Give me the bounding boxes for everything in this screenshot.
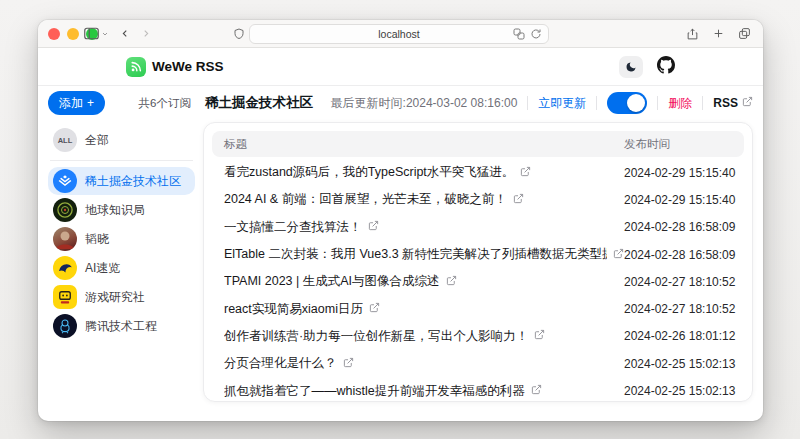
- sidebar-item-label: 全部: [85, 132, 109, 149]
- articles-card: 标题 发布时间 看完zustand源码后，我的TypeScript水平突飞猛进。…: [203, 122, 753, 402]
- forward-button[interactable]: [141, 27, 151, 40]
- delete-feed-link[interactable]: 删除: [668, 95, 692, 112]
- article-title-link[interactable]: 一文搞懂二分查找算法！: [224, 219, 362, 236]
- add-feed-button[interactable]: 添加+: [48, 91, 105, 115]
- juejin-avatar: [53, 169, 77, 193]
- article-publish-time: 2024-02-26 18:01:12: [624, 329, 732, 343]
- browser-window: localhost: [38, 20, 763, 421]
- external-link-icon[interactable]: [531, 384, 542, 398]
- table-row: 分页合理化是什么？ 2024-02-25 15:02:13: [212, 350, 744, 377]
- close-window-button[interactable]: [48, 28, 60, 40]
- translate-icon[interactable]: [513, 28, 525, 40]
- browser-sidebar-icon[interactable]: [84, 27, 99, 40]
- url-text: localhost: [378, 28, 419, 40]
- article-title-link[interactable]: ElTable 二次封装：我用 Vue3.3 新特性完美解决了列插槽数据无类型提…: [224, 246, 607, 263]
- dolphin-avatar: [53, 256, 77, 280]
- github-icon[interactable]: [657, 56, 675, 78]
- article-title-link[interactable]: TPAMI 2023 | 生成式AI与图像合成综述: [224, 273, 440, 290]
- new-tab-icon[interactable]: [712, 27, 725, 41]
- divider: [527, 96, 528, 110]
- table-row: 看完zustand源码后，我的TypeScript水平突飞猛进。 2024-02…: [212, 159, 744, 186]
- column-title: 标题: [224, 137, 624, 152]
- app-header: WeWe RSS: [38, 48, 763, 86]
- external-link-icon[interactable]: [520, 166, 531, 180]
- sidebar-item-label: AI速览: [85, 260, 120, 277]
- article-publish-time: 2024-02-29 15:15:40: [624, 193, 732, 207]
- share-icon[interactable]: [686, 27, 699, 41]
- back-button[interactable]: [120, 27, 130, 40]
- desktop-background: localhost: [0, 0, 800, 439]
- sidebar-item-label: 腾讯技术工程: [85, 318, 157, 335]
- sidebar-item[interactable]: 腾讯技术工程: [48, 312, 195, 340]
- table-row: 一文搞懂二分查找算法！ 2024-02-28 16:58:09: [212, 214, 744, 241]
- app-title: WeWe RSS: [152, 59, 224, 74]
- last-update-time: 最后更新时间:2024-03-02 08:16:00: [331, 95, 518, 112]
- refresh-now-link[interactable]: 立即更新: [538, 95, 586, 112]
- article-publish-time: 2024-02-28 16:58:09: [624, 220, 732, 234]
- feed-title: 稀土掘金技术社区: [205, 94, 313, 112]
- article-publish-time: 2024-02-27 18:10:52: [624, 275, 732, 289]
- article-title-link[interactable]: 看完zustand源码后，我的TypeScript水平突飞猛进。: [224, 164, 514, 181]
- external-link-icon[interactable]: [446, 275, 457, 289]
- column-publish-time: 发布时间: [624, 137, 732, 152]
- external-link-icon[interactable]: [369, 302, 380, 316]
- feed-enabled-toggle[interactable]: [607, 92, 647, 114]
- article-publish-time: 2024-02-25 15:02:13: [624, 384, 732, 398]
- penguin-avatar: [53, 314, 77, 338]
- article-publish-time: 2024-02-27 18:10:52: [624, 302, 732, 316]
- article-title-link[interactable]: 创作者训练营·助力每一位创作新星，写出个人影响力！: [224, 328, 528, 345]
- tab-overview-icon[interactable]: [738, 27, 751, 41]
- globe-avatar: [53, 198, 77, 222]
- article-title-link[interactable]: 2024 AI & 前端：回首展望，光芒未至，破晓之前！: [224, 191, 507, 208]
- sidebar-divider: [50, 160, 193, 161]
- external-link-icon[interactable]: [613, 248, 624, 262]
- feed-toolbar: 添加+ 共6个订阅 稀土掘金技术社区 最后更新时间:2024-03-02 08:…: [38, 86, 763, 118]
- article-title-link[interactable]: 抓包就指着它了——whistle提升前端开发幸福感的利器: [224, 383, 525, 400]
- app-brand[interactable]: WeWe RSS: [126, 57, 224, 77]
- article-title-link[interactable]: 分页合理化是什么？: [224, 355, 337, 372]
- article-publish-time: 2024-02-29 15:15:40: [624, 166, 732, 180]
- chevron-down-icon[interactable]: [101, 30, 109, 38]
- sidebar-item-label: 稀土掘金技术社区: [85, 173, 181, 190]
- divider: [657, 96, 658, 110]
- external-link-icon: [742, 96, 753, 110]
- text-avatar: ALL: [53, 128, 77, 152]
- sidebar-item-label: 韬晓: [85, 231, 109, 248]
- divider: [702, 96, 703, 110]
- wewe-rss-logo-icon: [126, 57, 146, 77]
- plus-icon: +: [87, 96, 94, 110]
- sidebar-item[interactable]: 稀土掘金技术社区: [48, 167, 195, 195]
- article-publish-time: 2024-02-28 16:58:09: [624, 248, 732, 262]
- dark-mode-toggle[interactable]: [619, 56, 643, 78]
- sidebar-item-label: 游戏研究社: [85, 289, 145, 306]
- address-bar[interactable]: localhost: [249, 24, 549, 44]
- browser-toolbar: localhost: [38, 20, 763, 48]
- article-title-link[interactable]: react实现简易xiaomi日历: [224, 301, 363, 318]
- sidebar-item[interactable]: ALL 全部: [48, 126, 195, 154]
- sidebar-item-label: 地球知识局: [85, 202, 145, 219]
- table-row: 创作者训练营·助力每一位创作新星，写出个人影响力！ 2024-02-26 18:…: [212, 323, 744, 350]
- game-avatar: [53, 285, 77, 309]
- table-header: 标题 发布时间: [212, 131, 744, 157]
- article-publish-time: 2024-02-25 15:02:13: [624, 357, 732, 371]
- subscription-count: 共6个订阅: [139, 96, 195, 111]
- external-link-icon[interactable]: [368, 220, 379, 234]
- external-link-icon[interactable]: [343, 357, 354, 371]
- sidebar-item[interactable]: 游戏研究社: [48, 283, 195, 311]
- sidebar-item[interactable]: 地球知识局: [48, 196, 195, 224]
- table-row: 抓包就指着它了——whistle提升前端开发幸福感的利器 2024-02-25 …: [212, 377, 744, 402]
- shield-icon[interactable]: [233, 27, 245, 41]
- table-row: react实现简易xiaomi日历 2024-02-27 18:10:52: [212, 295, 744, 322]
- photo-avatar: [53, 227, 77, 251]
- external-link-icon[interactable]: [513, 193, 524, 207]
- sidebar-item[interactable]: AI速览: [48, 254, 195, 282]
- divider: [596, 96, 597, 110]
- external-link-icon[interactable]: [534, 329, 545, 343]
- rss-link[interactable]: RSS: [713, 96, 753, 110]
- sidebar-item[interactable]: 韬晓: [48, 225, 195, 253]
- feed-sidebar: ALL 全部 稀土掘金技术社区 地球知识局 韬晓 A: [48, 122, 195, 421]
- minimize-window-button[interactable]: [67, 28, 79, 40]
- content-area: ALL 全部 稀土掘金技术社区 地球知识局 韬晓 A: [38, 118, 763, 421]
- toggle-knob: [627, 94, 645, 112]
- reload-icon[interactable]: [530, 28, 542, 40]
